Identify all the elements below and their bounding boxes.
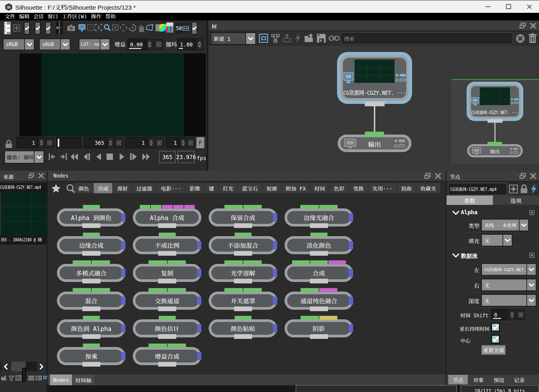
node-tab-10[interactable]: 附加 FX [282, 183, 310, 193]
gain-stepper[interactable] [146, 39, 153, 50]
node-item[interactable]: 开关遮罩 [209, 292, 277, 310]
mini-timeline[interactable] [56, 137, 81, 148]
time-shift-field[interactable]: 0 [491, 309, 507, 320]
float-panel-icon[interactable] [424, 173, 431, 180]
node-item[interactable]: 合成 [285, 264, 353, 282]
node-tab-2[interactable]: 漫射 [113, 183, 132, 193]
node-item[interactable]: 颜色到 Alpha [57, 319, 125, 337]
play-mode-dropdown[interactable]: 播放: 循环 [4, 151, 44, 163]
node-item[interactable]: 不成比例 [133, 236, 201, 254]
colorspace-left-dropdown[interactable]: sRGB [3, 39, 34, 50]
graph-output-node[interactable]: 输出 [467, 144, 523, 157]
session-dropdown[interactable]: 新建 1 [211, 32, 256, 45]
params-bottom-tab-0[interactable]: 节点 [448, 375, 468, 384]
graph-minimap[interactable]: CG资源网-CGZY.NET. ··· 输出 [451, 79, 539, 164]
node-tab-0[interactable]: 颜色 [74, 183, 93, 193]
section-box-icon[interactable] [529, 210, 534, 215]
float-panel-icon[interactable] [28, 173, 34, 179]
film-roll-button[interactable] [4, 22, 11, 34]
range-reset-button[interactable] [115, 138, 123, 148]
field-d-reset-button[interactable] [187, 138, 194, 148]
node-tab-9[interactable]: 轮廓 [263, 183, 281, 193]
menu-item-0[interactable]: 文件 [5, 13, 15, 20]
params-bottom-tab-3[interactable]: 记录 [510, 375, 529, 384]
node-tab-12[interactable]: 色彩 [330, 183, 348, 193]
bottom-tab-timeline[interactable]: 时间轴 [73, 374, 94, 385]
reset-all-button[interactable]: 重置全部 [481, 345, 506, 355]
pan-hand-button[interactable] [138, 24, 145, 32]
search-input[interactable]: 搜索 [341, 32, 513, 44]
play-button[interactable] [118, 153, 127, 161]
vertical-scrollbar[interactable] [22, 368, 26, 382]
process-lightning-icon[interactable] [529, 184, 538, 194]
bottom-tab-nodes[interactable]: Nodes [50, 374, 72, 385]
colorspace-right-dropdown[interactable]: sRGB [39, 39, 70, 50]
node-item[interactable]: 不添加混合 [209, 236, 277, 254]
output-input-port[interactable] [365, 132, 384, 136]
node-item[interactable]: Alpha 合成 [133, 208, 201, 227]
node-tab-8[interactable]: 蓝宝石 [238, 183, 262, 193]
time-shift-reset-button[interactable] [517, 310, 525, 320]
step-forward-button[interactable] [130, 153, 138, 161]
color-gradient-button[interactable] [159, 24, 167, 32]
lock-node-icon[interactable] [520, 184, 528, 194]
section-box-icon[interactable] [529, 253, 534, 258]
node-item[interactable]: 阴影 [285, 319, 353, 337]
total-frames-button[interactable]: 365 [159, 151, 176, 163]
field-mode-button[interactable]: F [196, 137, 204, 148]
list-large-icon[interactable] [28, 375, 34, 381]
rgb-bars-button[interactable] [166, 22, 173, 33]
node-tab-7[interactable]: 灯光 [219, 183, 238, 193]
range-end-field[interactable]: 365 [84, 137, 107, 148]
menu-item-2[interactable]: 会话 [33, 13, 44, 20]
filmstrip-icon[interactable] [15, 375, 22, 381]
alpha-section-header[interactable]: Alpha [446, 208, 539, 218]
rotate-view-button[interactable] [129, 24, 136, 32]
clip-thumbnail[interactable] [1, 192, 47, 236]
stop-button[interactable] [106, 153, 114, 161]
graph-source-node[interactable]: CG资源网-CGZY.NET. ··· [337, 52, 412, 104]
window-close-button[interactable] [523, 1, 536, 13]
close-panel-icon[interactable] [530, 173, 537, 180]
node-item[interactable]: 混合 [57, 292, 125, 310]
save-icon[interactable] [316, 33, 326, 43]
tree-layout-icon[interactable] [271, 34, 280, 43]
field-c-reset-button[interactable] [156, 138, 163, 148]
rewind-button[interactable] [70, 153, 79, 161]
final-toggle-button[interactable] [191, 22, 197, 34]
node-item[interactable]: 保留合成 [209, 208, 277, 227]
close-panel-icon[interactable] [530, 22, 537, 29]
favorites-star-icon[interactable] [51, 184, 61, 193]
viewer-canvas[interactable] [20, 53, 206, 136]
link-icon[interactable] [329, 35, 340, 42]
type-dropdown[interactable]: 直线 - 未处理 [481, 219, 529, 231]
clip-name[interactable]: CG资源网-CGZY.NET.mp4 [0, 183, 47, 192]
node-item[interactable]: 多模式融合 [57, 264, 125, 282]
gamma-stepper[interactable] [196, 39, 203, 50]
node-tab-13[interactable]: 变换 [349, 183, 368, 193]
toggle-a-button[interactable] [24, 22, 30, 34]
export-icon[interactable] [282, 34, 292, 43]
list-detail-icon[interactable] [36, 375, 42, 381]
time-shift-stepper[interactable] [508, 309, 516, 320]
current-frame-stepper[interactable] [38, 137, 45, 148]
node-tab-15[interactable]: 扭曲 [397, 183, 416, 193]
go-out-button[interactable] [59, 153, 68, 161]
node-view-icon[interactable] [259, 33, 268, 43]
add-clip-icon[interactable] [1, 375, 7, 381]
node-item[interactable]: 边缘合成 [57, 236, 125, 254]
node-tab-1[interactable]: 合成 [94, 183, 112, 193]
node-item[interactable]: 增益合成 [133, 347, 201, 365]
field-c[interactable]: 1 [125, 137, 147, 148]
window-maximize-button[interactable] [502, 1, 515, 13]
node-tab-14[interactable]: 实用··· [368, 183, 397, 193]
graph-source-node[interactable]: CG资源网-CGZY.NET. ··· [467, 82, 523, 121]
node-item[interactable]: 颜色估计 [133, 319, 201, 337]
node-tab-11[interactable]: 时间 [311, 183, 329, 193]
lock-icon[interactable] [5, 139, 13, 150]
lut-dropdown[interactable]: LUT: non [79, 39, 110, 50]
menu-item-1[interactable]: 编辑 [19, 13, 29, 20]
stabilize-button[interactable]: S [95, 24, 102, 31]
node-tab-3[interactable]: 过滤器 [132, 183, 156, 193]
current-frame-field[interactable]: 1 [16, 137, 38, 148]
